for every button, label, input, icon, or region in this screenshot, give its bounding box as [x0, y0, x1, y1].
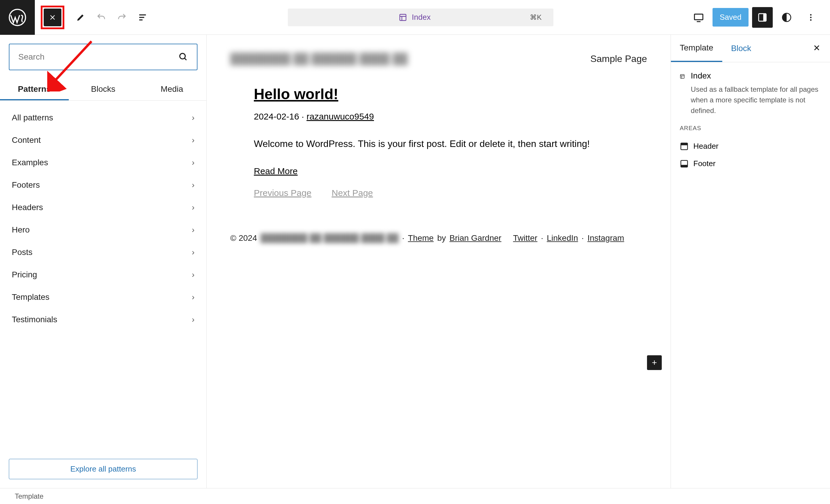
category-label: Headers — [12, 203, 43, 212]
footer-sep: · — [402, 233, 404, 243]
theme-link[interactable]: Theme — [408, 233, 434, 243]
category-label: Posts — [12, 247, 32, 257]
svg-point-10 — [180, 54, 185, 59]
search-icon — [179, 52, 188, 62]
svg-rect-15 — [681, 165, 688, 167]
editor-canvas[interactable]: ████████ ██ ██████ ████ ██ Sample Page H… — [206, 35, 671, 488]
tab-template[interactable]: Template — [671, 35, 722, 62]
svg-rect-2 — [695, 14, 703, 20]
category-item[interactable]: Pricing› — [9, 264, 197, 286]
designer-link[interactable]: Brian Gardner — [450, 233, 502, 243]
category-item[interactable]: Testimonials› — [9, 308, 197, 331]
header-icon — [680, 142, 689, 151]
saved-button[interactable]: Saved — [712, 8, 748, 27]
tab-blocks[interactable]: Blocks — [69, 79, 137, 100]
area-label: Footer — [693, 159, 715, 168]
canvas-footer: © 2024 ████████ ██ ██████ ████ ██ · Them… — [230, 233, 647, 243]
close-inserter-button[interactable] — [44, 8, 61, 26]
svg-rect-1 — [400, 14, 406, 20]
topbar: Index ⌘K Saved — [0, 0, 830, 35]
category-item[interactable]: Examples› — [9, 152, 197, 174]
add-block-button[interactable]: + — [647, 355, 662, 370]
inspector-tabs: Template Block — [671, 35, 830, 62]
explore-patterns-button[interactable]: Explore all patterns — [9, 459, 197, 479]
chevron-right-icon: › — [192, 270, 194, 279]
category-item[interactable]: All patterns› — [9, 106, 197, 129]
chevron-right-icon: › — [192, 158, 194, 167]
svg-point-7 — [810, 16, 812, 18]
more-options-button[interactable] — [800, 8, 821, 26]
tab-block[interactable]: Block — [722, 35, 760, 61]
redo-button[interactable] — [111, 8, 132, 26]
breadcrumb[interactable]: Template — [15, 492, 43, 500]
area-header[interactable]: Header — [680, 137, 821, 155]
sidebar-tabs: Patterns Blocks Media — [0, 79, 206, 101]
topbar-right: Saved — [688, 7, 830, 28]
nav-link-sample-page[interactable]: Sample Page — [590, 54, 647, 64]
area-footer[interactable]: Footer — [680, 155, 821, 172]
social-twitter[interactable]: Twitter — [513, 233, 537, 243]
chevron-right-icon: › — [192, 315, 194, 324]
settings-panel-toggle[interactable] — [752, 7, 773, 28]
chevron-right-icon: › — [192, 293, 194, 302]
command-bar[interactable]: Index ⌘K — [288, 8, 553, 26]
template-description: Used as a fallback template for all page… — [691, 84, 821, 116]
tab-patterns[interactable]: Patterns — [0, 79, 69, 100]
inserter-sidebar: Patterns Blocks Media All patterns› Cont… — [0, 35, 206, 488]
pattern-category-list: All patterns› Content› Examples› Footers… — [9, 106, 197, 453]
category-label: Footers — [12, 180, 40, 190]
canvas-header: ████████ ██ ██████ ████ ██ Sample Page — [230, 53, 647, 65]
category-item[interactable]: Headers› — [9, 196, 197, 219]
undo-button[interactable] — [91, 8, 111, 26]
post-content[interactable]: Welcome to WordPress. This is your first… — [254, 136, 602, 152]
template-icon — [680, 71, 685, 82]
chevron-right-icon: › — [192, 180, 194, 190]
main-area: Patterns Blocks Media All patterns› Cont… — [0, 35, 830, 488]
svg-rect-13 — [681, 143, 688, 145]
post-title[interactable]: Hello world! — [254, 86, 647, 103]
close-button-highlight — [41, 6, 64, 29]
search-box[interactable] — [9, 44, 197, 70]
chevron-right-icon: › — [192, 225, 194, 235]
svg-point-8 — [810, 19, 812, 21]
category-label: Content — [12, 135, 41, 145]
prev-page-link[interactable]: Previous Page — [254, 188, 311, 198]
category-label: Templates — [12, 293, 50, 302]
command-bar-title: Index — [412, 13, 430, 22]
tab-media[interactable]: Media — [137, 79, 206, 100]
svg-point-6 — [810, 14, 812, 15]
category-label: Pricing — [12, 270, 37, 279]
edit-tool-button[interactable] — [70, 8, 91, 26]
chevron-right-icon: › — [192, 135, 194, 145]
view-button[interactable] — [688, 8, 709, 26]
read-more-link[interactable]: Read More — [254, 166, 297, 176]
search-input[interactable] — [18, 52, 179, 62]
category-item[interactable]: Templates› — [9, 286, 197, 308]
post-meta: 2024-02-16 · razanuwuco9549 — [254, 111, 647, 122]
category-label: Examples — [12, 158, 48, 167]
category-item[interactable]: Footers› — [9, 174, 197, 196]
wordpress-logo[interactable] — [0, 0, 35, 35]
by-word: by — [437, 233, 446, 243]
list-view-button[interactable] — [132, 8, 153, 26]
chevron-right-icon: › — [192, 113, 194, 123]
post-author[interactable]: razanuwuco9549 — [307, 111, 374, 121]
category-item[interactable]: Posts› — [9, 241, 197, 264]
footer-site-name-blurred: ████████ ██ ██████ ████ ██ — [261, 233, 399, 243]
template-name: Index — [691, 71, 821, 80]
social-instagram[interactable]: Instagram — [587, 233, 624, 243]
next-page-link[interactable]: Next Page — [331, 188, 373, 198]
category-item[interactable]: Hero› — [9, 219, 197, 241]
category-label: Testimonials — [12, 315, 57, 324]
pagination: Previous Page Next Page — [254, 188, 647, 198]
category-label: All patterns — [12, 113, 53, 123]
close-inspector-button[interactable] — [803, 43, 830, 54]
area-label: Header — [693, 142, 719, 151]
social-linkedin[interactable]: LinkedIn — [547, 233, 578, 243]
site-title-blurred: ████████ ██ ██████ ████ ██ — [230, 53, 408, 65]
category-item[interactable]: Content› — [9, 129, 197, 152]
styles-button[interactable] — [776, 8, 797, 26]
inspector-body: Index Used as a fallback template for al… — [671, 62, 830, 181]
svg-rect-11 — [680, 75, 684, 78]
post-date: 2024-02-16 — [254, 111, 299, 121]
